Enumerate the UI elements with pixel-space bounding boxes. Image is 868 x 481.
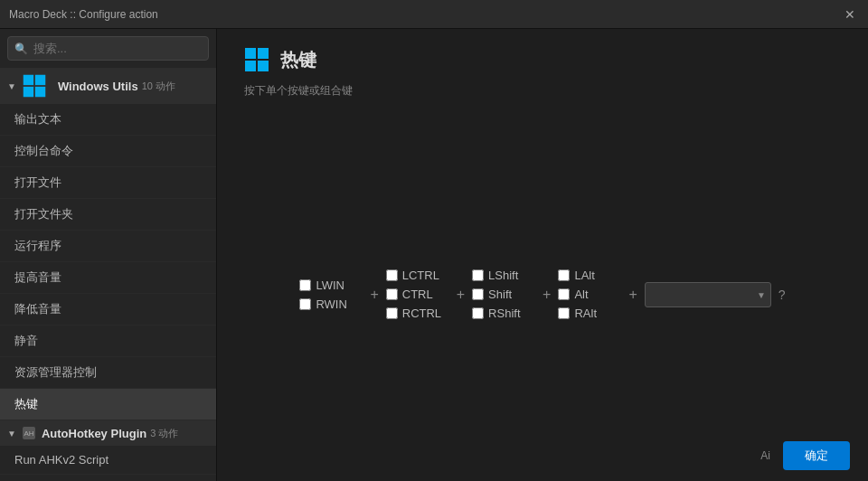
- sidebar-item-run-ahk[interactable]: Run AHKv2 Script: [0, 446, 216, 475]
- label-rctrl: RCTRL: [402, 307, 441, 320]
- svg-rect-1: [35, 75, 45, 85]
- checkbox-rshift[interactable]: RShift: [472, 307, 535, 320]
- checkbox-alt-input[interactable]: [558, 288, 570, 300]
- sidebar-item-increase-volume[interactable]: 提高音量: [0, 262, 216, 294]
- svg-text:AH: AH: [24, 429, 33, 438]
- content-subtitle: 按下单个按键或组合键: [244, 83, 841, 99]
- checkbox-shift[interactable]: Shift: [472, 288, 535, 301]
- ai-label: Ai: [760, 449, 770, 462]
- checkbox-lctrl[interactable]: LCTRL: [386, 269, 449, 282]
- checkbox-ctrl[interactable]: CTRL: [386, 288, 449, 301]
- svg-rect-7: [258, 48, 269, 59]
- page-title: 热键: [280, 48, 316, 72]
- modifier-group-win: LWIN RWIN: [299, 278, 363, 311]
- close-button[interactable]: ✕: [841, 7, 859, 22]
- sidebar-item-console[interactable]: 控制台命令: [0, 136, 216, 167]
- checkbox-rwin-input[interactable]: [299, 298, 311, 310]
- sidebar: 🔍 ▼ Windows Utils 10 动作 输出文本 控制台命令 打开文件 …: [0, 29, 217, 481]
- key-dropdown[interactable]: [645, 282, 771, 307]
- modifier-row-lctrl: LCTRL: [386, 269, 449, 282]
- hotkey-area: LWIN RWIN + LCTRL: [244, 126, 841, 463]
- modifier-row-lalt: LAlt: [558, 269, 621, 282]
- sidebar-item-hotkey[interactable]: 热键: [0, 389, 216, 420]
- chevron-icon: ▼: [7, 81, 16, 91]
- modifier-row-lwin: LWIN: [299, 278, 363, 292]
- modifier-group-alt: LAlt Alt RAlt: [558, 269, 621, 320]
- svg-rect-3: [35, 87, 45, 97]
- ahk-group-icon: AH: [22, 426, 36, 440]
- svg-rect-8: [245, 61, 256, 71]
- group-windows-utils[interactable]: ▼ Windows Utils 10 动作: [0, 68, 216, 104]
- content-area: 热键 按下单个按键或组合键 LWIN RWIN: [217, 29, 868, 481]
- checkbox-lshift[interactable]: LShift: [472, 269, 535, 282]
- group-subtitle-ahk: 3 动作: [150, 427, 178, 440]
- modifier-group-shift: LShift Shift RShift: [472, 269, 535, 320]
- sidebar-item-explorer[interactable]: 资源管理器控制: [0, 357, 216, 389]
- group-title-ahk: AutoHotkey Plugin: [42, 427, 146, 440]
- checkbox-lwin-input[interactable]: [299, 279, 311, 291]
- content-header: 热键: [244, 47, 841, 72]
- svg-rect-2: [24, 87, 33, 97]
- checkbox-ctrl-input[interactable]: [386, 288, 398, 300]
- checkbox-lshift-input[interactable]: [472, 269, 484, 281]
- checkbox-ralt[interactable]: RAlt: [558, 307, 621, 320]
- label-ralt: RAlt: [574, 307, 597, 320]
- sidebar-item-mute[interactable]: 静音: [0, 325, 216, 357]
- modifier-row-lshift: LShift: [472, 269, 535, 282]
- label-shift: Shift: [488, 288, 512, 301]
- modifier-row-rshift: RShift: [472, 307, 535, 320]
- confirm-button[interactable]: 确定: [783, 441, 850, 470]
- label-ctrl: CTRL: [402, 288, 433, 301]
- checkbox-shift-input[interactable]: [472, 288, 484, 300]
- modifier-row-rwin: RWIN: [299, 297, 363, 311]
- svg-rect-6: [245, 48, 256, 59]
- chevron-icon-ahk: ▼: [7, 429, 16, 439]
- checkbox-lalt[interactable]: LAlt: [558, 269, 621, 282]
- checkbox-rctrl[interactable]: RCTRL: [386, 307, 449, 320]
- plus-sign-1: +: [370, 287, 378, 303]
- modifier-row-shift: Shift: [472, 288, 535, 301]
- label-rwin: RWIN: [316, 297, 346, 311]
- modifier-row-ralt: RAlt: [558, 307, 621, 320]
- checkbox-lwin[interactable]: LWIN: [299, 278, 363, 292]
- group-title-windows: Windows Utils: [58, 80, 138, 93]
- plus-sign-4: +: [628, 287, 637, 303]
- sidebar-item-output-text[interactable]: 输出文本: [0, 104, 216, 136]
- title-bar: Macro Deck :: Configure action ✕: [0, 0, 868, 29]
- sidebar-item-write-run-ahk[interactable]: Write and Run AHKv2 Script: [0, 475, 216, 481]
- search-icon: 🔍: [14, 42, 28, 55]
- label-lalt: LAlt: [574, 269, 594, 282]
- sidebar-item-run-program[interactable]: 运行程序: [0, 231, 216, 262]
- checkbox-rctrl-input[interactable]: [386, 307, 398, 319]
- modifier-row-rctrl: RCTRL: [386, 307, 449, 320]
- key-dropdown-wrapper: ▼: [645, 282, 771, 307]
- svg-rect-9: [258, 61, 269, 71]
- search-input[interactable]: [7, 36, 209, 61]
- sidebar-item-open-file[interactable]: 打开文件: [0, 167, 216, 199]
- checkbox-ralt-input[interactable]: [558, 307, 570, 319]
- main-layout: 🔍 ▼ Windows Utils 10 动作 输出文本 控制台命令 打开文件 …: [0, 29, 868, 481]
- label-lwin: LWIN: [316, 278, 344, 292]
- label-lctrl: LCTRL: [402, 269, 439, 282]
- label-lshift: LShift: [488, 269, 518, 282]
- checkbox-lalt-input[interactable]: [558, 269, 570, 281]
- label-alt: Alt: [574, 288, 588, 301]
- windows-content-icon: [244, 47, 269, 72]
- sidebar-item-decrease-volume[interactable]: 降低音量: [0, 294, 216, 325]
- windows-group-icon: [22, 73, 47, 99]
- help-icon[interactable]: ?: [778, 288, 786, 302]
- plus-sign-2: +: [457, 287, 465, 303]
- checkbox-rwin[interactable]: RWIN: [299, 297, 363, 311]
- modifier-row-ctrl: CTRL: [386, 288, 449, 301]
- group-subtitle-windows: 10 动作: [142, 80, 175, 93]
- modifier-row-alt: Alt: [558, 288, 621, 301]
- sidebar-list: ▼ Windows Utils 10 动作 输出文本 控制台命令 打开文件 打开…: [0, 68, 216, 481]
- checkbox-lctrl-input[interactable]: [386, 269, 398, 281]
- sidebar-item-open-folder[interactable]: 打开文件夹: [0, 199, 216, 231]
- checkbox-rshift-input[interactable]: [472, 307, 484, 319]
- group-autohotkey[interactable]: ▼ AH AutoHotkey Plugin 3 动作: [0, 420, 216, 446]
- svg-rect-0: [24, 75, 33, 85]
- modifier-group-ctrl: LCTRL CTRL RCTRL: [386, 269, 449, 320]
- window-title: Macro Deck :: Configure action: [9, 8, 158, 21]
- checkbox-alt[interactable]: Alt: [558, 288, 621, 301]
